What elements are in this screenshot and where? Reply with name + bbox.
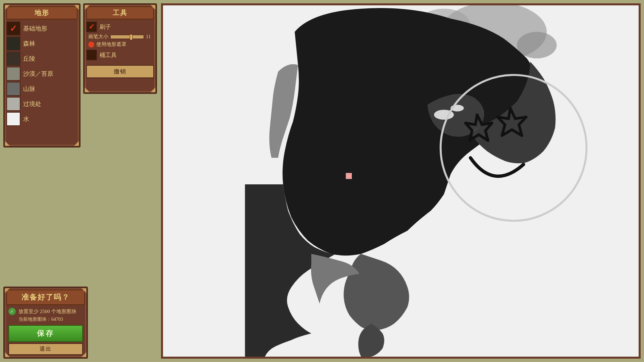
- mask-indicator: [88, 42, 94, 48]
- brush-size-slider[interactable]: [110, 35, 144, 39]
- checkmark-basic: ✓: [10, 23, 17, 34]
- terrain-item-mountain[interactable]: 山脉: [6, 82, 77, 96]
- tools-panel: 工具 ✓ 刷子 画笔大小 11 使用地形遮罩 桶工具 撤: [83, 3, 157, 94]
- terrain-item-water[interactable]: 水: [6, 112, 77, 126]
- brush-tool-item[interactable]: ✓ 刷子: [86, 21, 154, 32]
- brush-size-value: 11: [146, 34, 151, 40]
- terrain-swatch-desert: [6, 67, 20, 81]
- bucket-label: 桶工具: [100, 51, 117, 59]
- brush-checkbox[interactable]: ✓: [86, 21, 97, 32]
- terrain-item-forest[interactable]: 森林: [6, 37, 77, 51]
- terrain-swatch-forest: [6, 37, 20, 51]
- map-canvas[interactable]: [163, 5, 639, 357]
- terrain-label-mountain: 山脉: [23, 85, 35, 93]
- map-cursor-indicator: [346, 173, 352, 179]
- ready-count-value: 64703: [51, 317, 63, 322]
- ready-check-text: 放置至少 2500 个地形图块: [18, 308, 76, 315]
- brush-checkmark: ✓: [89, 22, 95, 31]
- ready-count-label: 当前地形图块：: [18, 317, 51, 322]
- ready-check-row: ✓ 放置至少 2500 个地形图块: [8, 308, 83, 315]
- ready-panel: 准备好了吗？ ✓ 放置至少 2500 个地形图块 当前地形图块：64703 保存…: [3, 287, 88, 359]
- terrain-swatch-border: [6, 97, 20, 111]
- bucket-checkbox[interactable]: [86, 50, 97, 60]
- map-area[interactable]: [161, 3, 641, 359]
- terrain-label-water: 水: [23, 115, 29, 123]
- terrain-label-desert: 沙漠／苔原: [23, 70, 53, 78]
- brush-label: 刷子: [100, 23, 111, 31]
- terrain-item-border[interactable]: 过境处: [6, 97, 77, 111]
- terrain-panel: 地形 ✓ 基础地形 森林 丘陵 沙漠／苔原 山脉: [3, 3, 80, 147]
- terrain-item-hills[interactable]: 丘陵: [6, 52, 77, 66]
- map-svg: [163, 5, 639, 357]
- tools-panel-title: 工具: [86, 6, 154, 19]
- brush-size-label: 画笔大小: [88, 34, 108, 40]
- slider-thumb: [130, 34, 132, 40]
- undo-button[interactable]: 撤销: [86, 65, 154, 78]
- left-panel-area: 地形 ✓ 基础地形 森林 丘陵 沙漠／苔原 山脉: [0, 0, 158, 362]
- terrain-checkbox-basic[interactable]: ✓: [6, 21, 20, 36]
- terrain-panel-title: 地形: [6, 6, 77, 19]
- terrain-label-hills: 丘陵: [23, 55, 35, 63]
- exit-button[interactable]: 退出: [8, 343, 83, 355]
- terrain-item-desert[interactable]: 沙漠／苔原: [6, 67, 77, 81]
- terrain-label-basic: 基础地形: [23, 24, 47, 33]
- save-button[interactable]: 保存: [8, 325, 83, 342]
- slider-fill: [111, 35, 130, 39]
- use-mask-row[interactable]: 使用地形遮罩: [88, 41, 154, 48]
- terrain-label-border: 过境处: [23, 100, 41, 108]
- ready-check-icon: ✓: [8, 308, 16, 315]
- bucket-tool-item[interactable]: 桶工具: [86, 50, 154, 60]
- ready-count-row: 当前地形图块：64703: [18, 316, 83, 322]
- ready-panel-title: 准备好了吗？: [6, 290, 85, 305]
- terrain-swatch-hills: [6, 52, 20, 66]
- terrain-label-forest: 森林: [23, 40, 35, 48]
- terrain-swatch-mountain: [6, 82, 20, 96]
- mask-label: 使用地形遮罩: [96, 41, 126, 48]
- terrain-item-basic[interactable]: ✓ 基础地形: [6, 21, 77, 36]
- brush-size-row: 画笔大小 11: [88, 34, 154, 40]
- svg-point-3: [517, 32, 557, 58]
- terrain-swatch-water: [6, 112, 20, 126]
